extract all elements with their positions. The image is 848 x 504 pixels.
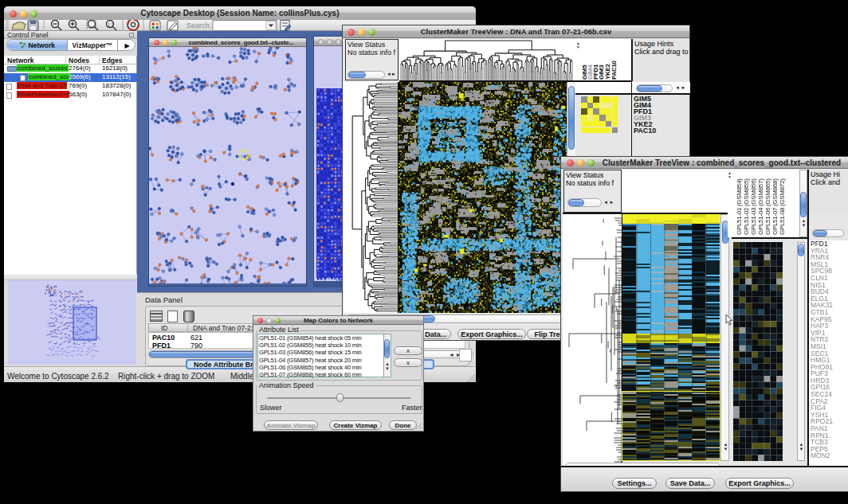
svg-text:1:1: 1:1	[108, 22, 114, 27]
svg-text:Search:: Search:	[186, 21, 211, 29]
